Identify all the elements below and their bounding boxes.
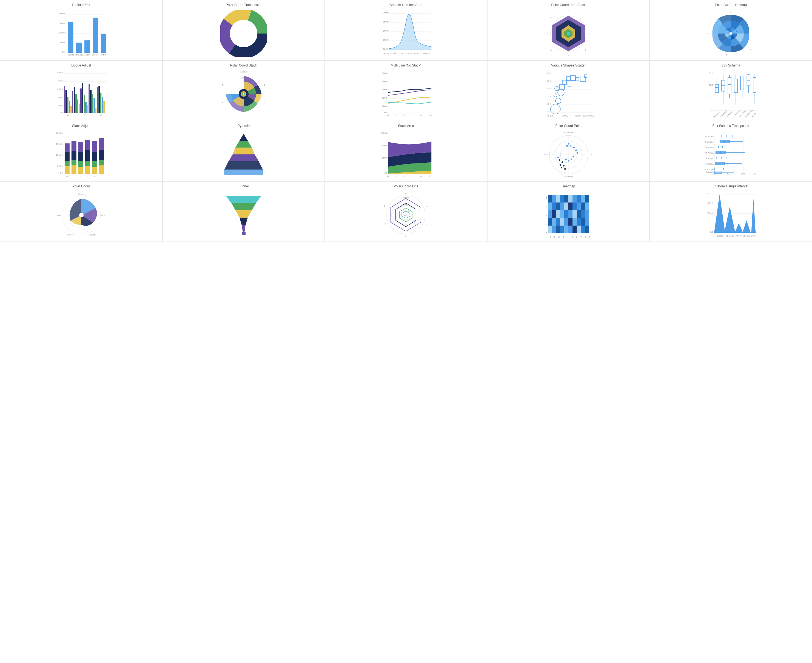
svg-rect-230: [71, 165, 76, 174]
svg-rect-83: [72, 91, 73, 113]
svg-rect-405: [548, 195, 552, 202]
chart-funnel: Funnel: [162, 181, 325, 242]
svg-text:West Europe: West Europe: [705, 141, 714, 143]
svg-text:0.0: 0.0: [384, 172, 388, 174]
svg-text:South America: South America: [705, 157, 714, 160]
svg-text:0.0: 0.0: [62, 51, 65, 53]
svg-point-65: [729, 32, 732, 35]
svg-text:80000.0.0: 80000.0.0: [564, 131, 574, 134]
svg-text:2: 2: [558, 236, 559, 238]
svg-text:60000.0: 60000.0: [545, 153, 548, 156]
svg-rect-82: [70, 106, 72, 113]
svg-rect-406: [552, 195, 556, 202]
svg-rect-232: [71, 151, 76, 160]
svg-text:Shooter: Shooter: [92, 53, 99, 56]
svg-rect-91: [85, 102, 87, 113]
svg-text:5: 5: [384, 205, 386, 207]
svg-point-361: [79, 213, 84, 217]
svg-rect-92: [87, 105, 88, 113]
svg-text:Action: Action: [89, 234, 96, 236]
chart-polar-coord-point: Polar Coord Point 80000.0.0 20000.0 4000…: [487, 121, 650, 181]
svg-text:6: 6: [431, 175, 432, 178]
chart-stack-area: Stack Area 1500.0 1000.0 500.0 0.0: [325, 121, 487, 181]
svg-text:1: 1: [396, 114, 397, 116]
svg-rect-79: [65, 90, 67, 113]
chart-title-custom-triangle-interval: Custom Tiangle Interval: [713, 184, 748, 188]
chart-polar-coord-transposed: Polar Coord Transposed: [162, 0, 325, 60]
svg-marker-469: [751, 198, 755, 233]
svg-marker-258: [240, 134, 248, 141]
chart-various-shapes-scatter: Various Shapes Scatter 85.0 80.0 75.0 70…: [487, 60, 650, 121]
svg-text:Australia: Australia: [705, 163, 714, 165]
svg-text:3: 3: [243, 114, 245, 116]
svg-text:20000.0: 20000.0: [589, 153, 593, 156]
svg-text:4: 4: [420, 175, 422, 178]
svg-text:4: 4: [222, 101, 223, 103]
svg-text:100.0: 100.0: [708, 221, 713, 224]
svg-text:Sports: Sports: [78, 193, 84, 196]
svg-rect-226: [65, 166, 70, 174]
svg-text:1: 1: [750, 16, 752, 19]
svg-point-167: [556, 98, 561, 103]
svg-point-297: [559, 164, 561, 166]
svg-rect-96: [94, 98, 95, 113]
svg-text:20000: 20000: [562, 115, 568, 117]
svg-text:1: 1: [76, 114, 77, 116]
svg-text:0: 0: [568, 11, 569, 13]
svg-rect-81: [69, 101, 70, 113]
chart-title-polar-coord-point: Polar Coord Point: [556, 124, 582, 128]
svg-text:100.0: 100.0: [57, 104, 63, 107]
svg-rect-97: [95, 108, 97, 113]
svg-rect-80: [67, 97, 68, 113]
svg-text:250.0: 250.0: [383, 21, 389, 23]
svg-rect-453: [581, 226, 585, 233]
svg-rect-237: [78, 142, 83, 152]
svg-rect-11: [76, 43, 82, 53]
svg-text:04.01.2016: 04.01.2016: [384, 52, 395, 55]
svg-text:5: 5: [726, 53, 727, 56]
svg-marker-262: [224, 161, 263, 170]
svg-text:East Europe: East Europe: [705, 168, 714, 171]
svg-text:1: 1: [589, 32, 590, 35]
svg-text:07.06.2...: 07.06.2...: [426, 52, 432, 55]
svg-text:1: 1: [264, 84, 265, 86]
svg-marker-362: [226, 196, 261, 203]
svg-text:7: 7: [708, 32, 709, 35]
svg-text:2: 2: [585, 49, 587, 52]
svg-rect-94: [90, 90, 92, 113]
svg-rect-12: [84, 40, 90, 53]
svg-rect-432: [577, 210, 581, 218]
svg-text:Other: Other: [751, 234, 756, 237]
svg-rect-100: [100, 92, 102, 113]
svg-rect-227: [65, 161, 70, 166]
svg-text:3: 3: [92, 114, 94, 116]
svg-text:300.0: 300.0: [383, 11, 389, 14]
svg-rect-156: [566, 77, 570, 81]
svg-rect-244: [92, 152, 97, 161]
chart-title-polar-coord-area-stack: Polar Coord Area Stack: [551, 3, 585, 7]
svg-rect-409: [564, 195, 568, 202]
chart-title-stack-adjust: Stack Adjust: [72, 124, 90, 128]
svg-rect-445: [548, 226, 552, 233]
svg-text:200.0: 200.0: [383, 30, 389, 32]
svg-rect-425: [548, 210, 552, 218]
svg-text:0: 0: [67, 114, 69, 116]
chart-custom-triangle-interval: Custom Tiangle Interval 400.0 300.0 200.…: [650, 181, 812, 242]
svg-text:400.0: 400.0: [708, 192, 713, 195]
svg-text:6: 6: [551, 16, 552, 19]
svg-rect-99: [99, 86, 100, 113]
svg-rect-238: [85, 166, 90, 174]
svg-rect-248: [99, 150, 104, 160]
chart-title-smooth-line-area: Smooth Line and Area: [390, 3, 422, 7]
svg-text:Strategy: Strategy: [75, 53, 83, 56]
svg-marker-261: [229, 154, 259, 161]
svg-point-301: [559, 159, 561, 161]
chart-title-radius-rect: Radius Rect: [72, 3, 90, 7]
svg-rect-433: [581, 210, 585, 218]
svg-rect-449: [564, 226, 568, 233]
svg-rect-85: [75, 94, 77, 113]
svg-rect-86: [77, 99, 78, 113]
svg-rect-233: [71, 141, 76, 151]
svg-text:400.0: 400.0: [59, 12, 65, 15]
svg-point-289: [573, 147, 575, 148]
